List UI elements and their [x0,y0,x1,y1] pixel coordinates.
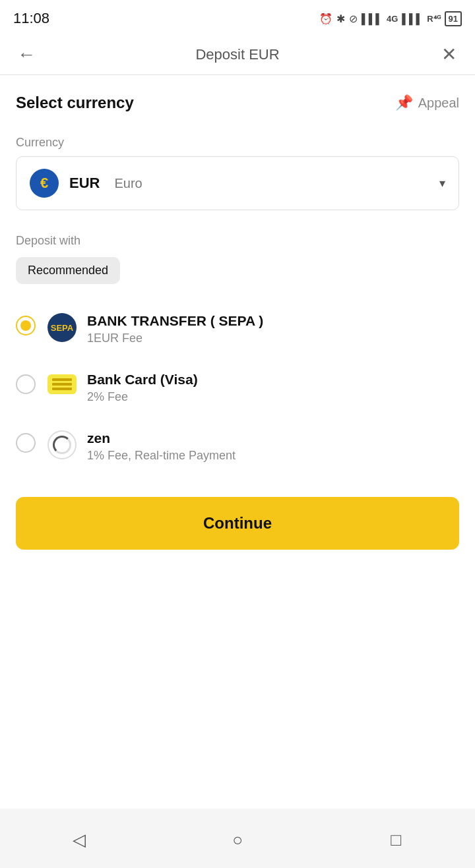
visa-fee: 2% Fee [87,390,198,404]
sepa-name: BANK TRANSFER ( SEPA ) [87,313,263,329]
battery-icon: 91 [445,11,462,26]
radio-visa[interactable] [16,374,36,394]
r4g-badge: R⁴ᴳ [427,14,440,24]
visa-name: Bank Card (Visa) [87,372,198,388]
signal-icon: ▌▌▌ [362,13,383,24]
currency-symbol: € [40,175,48,192]
status-bar: 11:08 ⏰ ✱ ⊘ ▌▌▌ 4G ▌▌▌ R⁴ᴳ 91 [0,0,475,34]
sepa-top-text: SEPA [51,323,73,333]
currency-name: Euro [114,176,142,191]
deposit-with-label: Deposit with [16,234,459,248]
visa-info: Bank Card (Visa) 2% Fee [87,372,198,404]
sepa-info: BANK TRANSFER ( SEPA ) 1EUR Fee [87,313,263,345]
radio-inner-sepa [20,320,31,331]
status-time: 11:08 [13,10,49,27]
visa-stripe-3 [52,388,72,390]
bluetooth-icon: ✱ [336,13,345,25]
sepa-fee: 1EUR Fee [87,332,263,345]
currency-label: Currency [16,136,459,150]
appeal-button[interactable]: 📌 Appeal [395,94,459,111]
visa-icon [48,374,77,394]
bottom-nav: ◁ ○ □ [0,809,475,868]
header-row: Select currency 📌 Appeal [16,94,459,112]
continue-button[interactable]: Continue [16,497,459,550]
nav-back-button[interactable]: ◁ [59,826,99,853]
lte-badge: 4G [387,14,398,24]
zen-icon [48,430,77,459]
currency-left: € EUR Euro [30,169,142,198]
zen-info: zen 1% Fee, Real-time Payment [87,430,236,463]
main-content: Select currency 📌 Appeal Currency € EUR … [0,75,475,809]
nav-recent-button[interactable]: □ [376,826,416,853]
payment-option-sepa[interactable]: SEPA BANK TRANSFER ( SEPA ) 1EUR Fee [16,300,459,359]
currency-icon: € [30,169,59,198]
radio-sepa[interactable] [16,316,36,335]
payment-option-visa[interactable]: Bank Card (Visa) 2% Fee [16,359,459,417]
nav-home-button[interactable]: ○ [218,826,257,853]
appeal-label: Appeal [418,96,459,111]
back-button[interactable]: ← [13,44,40,65]
close-button[interactable]: ✕ [435,43,462,65]
signal-icon-2: ▌▌▌ [402,13,423,24]
appeal-icon: 📌 [395,94,413,111]
sepa-icon: SEPA [48,313,77,342]
nav-bar: ← Deposit EUR ✕ [0,34,475,75]
page-title: Deposit EUR [195,46,279,63]
alarm-icon: ⏰ [319,13,332,25]
zen-fee: 1% Fee, Real-time Payment [87,449,236,463]
block-icon: ⊘ [349,13,358,25]
select-currency-title: Select currency [16,94,134,112]
dropdown-arrow-icon: ▾ [439,176,445,190]
visa-stripe-2 [52,383,72,386]
payment-options-list: SEPA BANK TRANSFER ( SEPA ) 1EUR Fee Ban… [16,300,459,476]
payment-option-zen[interactable]: zen 1% Fee, Real-time Payment [16,417,459,476]
status-icons: ⏰ ✱ ⊘ ▌▌▌ 4G ▌▌▌ R⁴ᴳ 91 [319,11,462,26]
currency-code: EUR [69,175,100,192]
visa-stripe-1 [52,378,72,381]
sepa-icon-inner: SEPA [51,323,73,333]
zen-spinner [53,436,71,454]
recommended-filter-tag[interactable]: Recommended [16,257,120,284]
radio-zen[interactable] [16,433,36,453]
visa-stripes [52,378,72,390]
currency-dropdown[interactable]: € EUR Euro ▾ [16,156,459,210]
zen-name: zen [87,430,236,446]
